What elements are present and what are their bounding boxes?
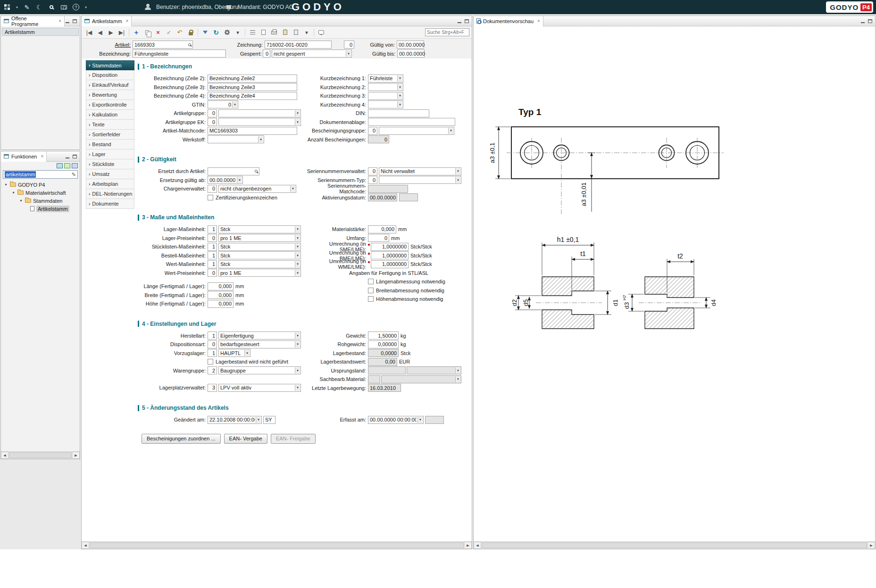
artikel-input[interactable]: 1669303 xyxy=(133,41,193,49)
nav-item-einkauf-verkauf[interactable]: ›Einkauf/Verkauf xyxy=(86,80,134,90)
nav-item-dokumente[interactable]: ›Dokumente xyxy=(86,199,134,209)
minimize-icon[interactable] xyxy=(65,19,70,23)
dropdown-arrow-icon[interactable]: ▾ xyxy=(455,367,460,373)
select-field[interactable]: pro 1 ME▾ xyxy=(218,234,301,242)
export-dropdown-icon[interactable]: ▾ xyxy=(301,28,312,37)
nav-last-icon[interactable]: ▶| xyxy=(117,28,127,37)
checkbox-zertifizierungskennzeichen[interactable] xyxy=(208,195,213,200)
close-icon[interactable]: × xyxy=(41,154,43,159)
expand-icon[interactable]: ▾ xyxy=(11,190,16,195)
delete-record-icon[interactable]: × xyxy=(153,28,163,37)
search-icon[interactable] xyxy=(47,2,56,12)
settings-dropdown-icon[interactable]: ▾ xyxy=(233,28,243,37)
lookup-icon[interactable] xyxy=(255,170,258,173)
select-field[interactable]: bedarfsgesteuert▾ xyxy=(218,340,301,348)
gueltig-bis-input[interactable]: 00.00.0000 xyxy=(397,50,425,58)
dropdown-arrow-icon[interactable]: ▾ xyxy=(397,93,402,99)
dropdown-arrow-icon[interactable]: ▾ xyxy=(455,168,460,174)
select-field[interactable]: ▾ xyxy=(379,127,454,135)
nav-next-icon[interactable]: ▶ xyxy=(106,28,116,37)
dropdown-arrow-icon[interactable]: ▾ xyxy=(237,177,242,183)
dropdown-arrow-icon[interactable]: ▾ xyxy=(455,177,460,183)
bescheinigungen-zuordnen-button[interactable]: Bescheinigungen zuordnen ... xyxy=(142,434,221,444)
dropdown-arrow-icon[interactable]: ▾ xyxy=(295,270,300,276)
nav-item-texte[interactable]: ›Texte xyxy=(86,120,134,130)
code-field[interactable]: 1 xyxy=(208,331,217,340)
vorschau-horizontal-scrollbar[interactable]: ◀ ▶ xyxy=(474,541,875,549)
dropdown-arrow-icon[interactable]: ▾ xyxy=(244,350,250,356)
select-field[interactable]: ▾ xyxy=(218,118,301,126)
nav-prev-icon[interactable]: ◀ xyxy=(95,28,105,37)
checkbox-breitenabmessung[interactable] xyxy=(368,288,374,293)
select-field[interactable]: 0▾ xyxy=(208,100,238,108)
settings-gear-icon[interactable] xyxy=(222,28,232,37)
scrollbar-thumb[interactable] xyxy=(90,542,464,548)
checkbox-hoehenabmessung[interactable] xyxy=(368,296,374,302)
ean-freigabe-button[interactable]: EAN- Freigabe xyxy=(271,434,316,444)
zeichnung-input[interactable]: 716002-001-0020 xyxy=(265,41,332,49)
dropdown-arrow-icon[interactable]: ▾ xyxy=(295,235,300,241)
dropdown-arrow-icon[interactable]: ▾ xyxy=(232,101,237,108)
dropdown-arrow-icon[interactable]: ▾ xyxy=(295,261,300,267)
quick-search-input[interactable]: Suche Strg+Alt+F xyxy=(425,28,469,36)
select-field[interactable]: Führleiste▾ xyxy=(368,75,403,83)
edit-pencil-icon[interactable]: ✎ xyxy=(72,172,76,178)
refresh-icon[interactable]: ↻ xyxy=(211,28,221,37)
code-field[interactable]: 0 xyxy=(208,118,217,126)
text-field[interactable] xyxy=(368,109,429,117)
artikel-lookup-icon[interactable] xyxy=(188,43,191,46)
list-view-icon[interactable] xyxy=(64,163,70,168)
funktionen-search-input[interactable]: artikelstamm ✎ xyxy=(3,170,78,179)
scroll-left-icon[interactable]: ◀ xyxy=(474,542,481,549)
edit-pen-icon[interactable]: ✎ xyxy=(22,2,32,12)
number-field[interactable]: 1,0000000 xyxy=(371,251,409,259)
code-field[interactable]: 0 xyxy=(208,269,217,277)
select-field[interactable]: pro 1 ME▾ xyxy=(218,269,301,277)
open-program-item[interactable]: Artikelstamm xyxy=(2,28,79,36)
nav-item-exportkontrolle[interactable]: ›Exportkontrolle xyxy=(86,100,134,110)
report-icon[interactable] xyxy=(258,28,268,37)
date-select-field[interactable]: 00.00.0000 00:00:00▾ xyxy=(368,416,424,424)
select-field[interactable]: Nicht verwaltet▾ xyxy=(379,167,461,175)
minimize-icon[interactable] xyxy=(860,19,865,23)
dropdown-arrow-icon[interactable]: ▾ xyxy=(295,226,300,232)
date-select-field[interactable]: 00.00.0000▾ xyxy=(208,176,243,184)
number-field[interactable]: 0,000 xyxy=(208,282,234,290)
select-field[interactable]: ▾ xyxy=(381,375,461,383)
scrollbar-thumb[interactable] xyxy=(9,452,72,458)
dropdown-arrow-icon[interactable]: ▾ xyxy=(256,417,261,423)
scroll-left-icon[interactable]: ◀ xyxy=(1,452,8,459)
select-field[interactable]: Stck▾ xyxy=(218,243,301,251)
dropdown-arrow-icon[interactable]: ▾ xyxy=(295,252,300,258)
dropdown-arrow-icon[interactable]: ▾ xyxy=(397,101,402,108)
nav-item-stueckliste[interactable]: ›Stückliste xyxy=(86,159,134,169)
nav-first-icon[interactable]: |◀ xyxy=(84,28,94,37)
help-dropdown-icon[interactable]: ▾ xyxy=(83,2,88,12)
filter-icon[interactable] xyxy=(200,28,210,37)
lookup-field[interactable] xyxy=(208,167,259,175)
select-field[interactable]: ▾ xyxy=(368,83,403,91)
copy-record-icon[interactable] xyxy=(142,28,152,37)
nav-item-bewertung[interactable]: ›Bewertung xyxy=(86,90,134,100)
code-field[interactable]: 1 xyxy=(208,225,217,233)
tree-node-godyo-p4[interactable]: ▾ GODYO P4 xyxy=(1,181,80,189)
maximize-icon[interactable] xyxy=(868,19,873,23)
dropdown-arrow-icon[interactable]: ▾ xyxy=(295,110,300,116)
select-field[interactable]: ▾ xyxy=(379,176,461,184)
dropdown-arrow-icon[interactable]: ▾ xyxy=(295,385,300,391)
select-field[interactable]: Eigenfertigung▾ xyxy=(218,331,301,340)
clipboard-icon[interactable] xyxy=(280,28,290,37)
dropdown-arrow-icon[interactable]: ▾ xyxy=(295,244,300,250)
export-icon[interactable] xyxy=(291,28,301,37)
date-select-field[interactable]: 22.10.2008 00:00:00▾ xyxy=(208,416,262,424)
close-icon[interactable]: × xyxy=(537,18,540,24)
confirm-icon[interactable]: ✓ xyxy=(164,28,174,37)
minimize-icon[interactable] xyxy=(457,19,462,23)
zeichnung-index-input[interactable]: 0 xyxy=(344,41,354,49)
list-icon[interactable] xyxy=(247,28,258,37)
checkbox-lagerbestand-nicht-gefuehrt[interactable] xyxy=(208,359,213,364)
tab-dokumentenvorschau[interactable]: Dokumentenvorschau × xyxy=(474,16,543,26)
maximize-icon[interactable] xyxy=(72,154,77,158)
code-field[interactable]: 0 xyxy=(368,167,377,175)
print-icon[interactable] xyxy=(269,28,279,37)
